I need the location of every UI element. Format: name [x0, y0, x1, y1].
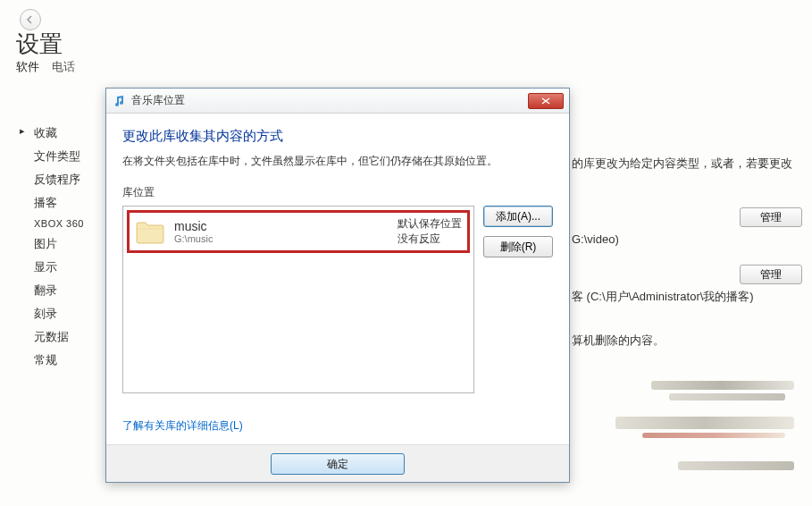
tab-software[interactable]: 软件 — [16, 60, 39, 73]
dialog-description: 在将文件夹包括在库中时，文件虽然显示在库中，但它们仍存储在其原始位置。 — [122, 154, 553, 169]
library-locations-listbox[interactable]: music G:\music 默认保存位置 没有反应 — [122, 206, 474, 393]
entry-status-default: 默认保存位置 — [398, 216, 462, 232]
remove-button[interactable]: 删除(R) — [483, 236, 553, 257]
back-button — [20, 9, 41, 30]
sidebar-item-rip[interactable]: 翻录 — [25, 283, 96, 299]
music-library-dialog: 音乐库位置 更改此库收集其内容的方式 在将文件夹包括在库中时，文件虽然显示在库中… — [105, 88, 570, 483]
entry-path: G:\music — [174, 233, 398, 244]
sidebar-item-burn[interactable]: 刻录 — [25, 306, 96, 322]
sidebar-item-display[interactable]: 显示 — [25, 259, 96, 275]
manage-button-2[interactable]: 管理 — [740, 265, 802, 284]
sidebar-item-general[interactable]: 常规 — [25, 352, 96, 368]
page-title: 设置 — [16, 29, 63, 60]
bg-text-3: 客 (C:\用户\Administrator\我的播客) — [572, 289, 754, 305]
learn-more-link[interactable]: 了解有关库的详细信息(L) — [122, 418, 243, 434]
sidebar-item-favorites[interactable]: 收藏 — [25, 125, 96, 141]
sidebar-item-filetypes[interactable]: 文件类型 — [25, 148, 96, 164]
tab-phone[interactable]: 电话 — [52, 60, 75, 73]
close-icon — [541, 97, 550, 105]
ok-button[interactable]: 确定 — [271, 453, 405, 475]
manage-button-1[interactable]: 管理 — [740, 207, 802, 227]
sidebar: 收藏 文件类型 反馈程序 播客 XBOX 360 图片 显示 翻录 刻录 元数据… — [25, 125, 96, 375]
list-label: 库位置 — [122, 185, 553, 200]
close-button[interactable] — [528, 93, 564, 109]
sidebar-item-metadata[interactable]: 元数据 — [25, 329, 96, 345]
bg-text-2: G:\video) — [572, 232, 619, 246]
entry-name: music — [174, 219, 398, 233]
folder-icon — [135, 218, 165, 245]
bg-text-4: 算机删除的内容。 — [572, 333, 665, 349]
sidebar-item-xbox360[interactable]: XBOX 360 — [25, 218, 96, 229]
entry-status-response: 没有反应 — [398, 232, 462, 247]
dialog-footer: 确定 — [106, 444, 569, 482]
dialog-body: 更改此库收集其内容的方式 在将文件夹包括在库中时，文件虽然显示在库中，但它们仍存… — [106, 114, 569, 444]
add-button[interactable]: 添加(A)... — [483, 206, 553, 227]
sidebar-item-pictures[interactable]: 图片 — [25, 236, 96, 252]
music-note-icon — [112, 94, 126, 108]
bg-text-1: 的库更改为给定内容类型，或者，若要更改 — [572, 156, 792, 172]
dialog-heading: 更改此库收集其内容的方式 — [122, 128, 553, 145]
sidebar-item-podcast[interactable]: 播客 — [25, 195, 96, 211]
library-entry-highlight[interactable]: music G:\music 默认保存位置 没有反应 — [127, 210, 470, 253]
dialog-title: 音乐库位置 — [131, 93, 528, 108]
dialog-titlebar: 音乐库位置 — [106, 89, 569, 114]
decorative-smudge — [580, 381, 803, 488]
back-arrow-icon — [25, 14, 36, 25]
sidebar-item-feedback[interactable]: 反馈程序 — [25, 172, 96, 188]
tabs-row: 软件 电话 — [16, 59, 84, 75]
